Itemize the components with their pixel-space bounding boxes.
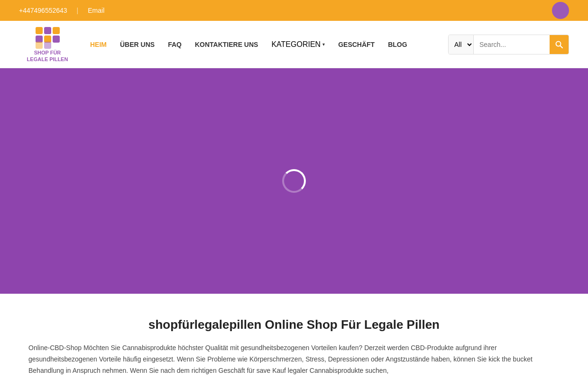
phone-number[interactable]: +447496552643: [19, 7, 67, 14]
nav-heim[interactable]: HEIM: [90, 41, 107, 48]
divider: |: [77, 7, 79, 14]
logo[interactable]: SHOP FÜR LEGALE PILLEN: [19, 26, 76, 62]
user-avatar[interactable]: [552, 2, 569, 19]
content-body: Online-CBD-Shop Möchten Sie Cannabisprod…: [28, 343, 560, 376]
svg-rect-7: [44, 42, 51, 49]
logo-text: SHOP FÜR LEGALE PILLEN: [27, 50, 68, 62]
svg-rect-6: [36, 42, 43, 49]
svg-rect-2: [53, 27, 60, 34]
nav-geschaeft[interactable]: GESCHÄFT: [338, 41, 375, 48]
svg-rect-5: [53, 36, 60, 43]
search-button[interactable]: [550, 35, 569, 54]
hero-section: [0, 68, 588, 294]
kategorien-chevron-icon: ▾: [322, 42, 325, 47]
search-icon: [555, 41, 563, 48]
main-content: shopfürlegalepillen Online Shop Für Lega…: [0, 294, 588, 379]
logo-icon: [35, 26, 61, 50]
svg-rect-3: [36, 36, 43, 43]
svg-rect-1: [44, 27, 51, 34]
nav-kategorien[interactable]: KATEGORIEN ▾: [271, 40, 325, 49]
nav-blog[interactable]: BLOG: [388, 41, 407, 48]
search-input[interactable]: [474, 35, 550, 54]
loading-spinner: [282, 169, 306, 193]
header: SHOP FÜR LEGALE PILLEN HEIM ÜBER UNS FAQ…: [0, 21, 588, 68]
nav-faq[interactable]: FAQ: [168, 41, 182, 48]
email-link[interactable]: Email: [88, 7, 104, 14]
search-category-select[interactable]: All: [449, 35, 474, 54]
search-area: All: [448, 35, 569, 54]
top-bar: +447496552643 | Email: [0, 0, 588, 21]
main-nav: HEIM ÜBER UNS FAQ KONTAKTIERE UNS KATEGO…: [90, 40, 434, 49]
svg-line-9: [560, 45, 563, 48]
top-bar-left: +447496552643 | Email: [19, 7, 104, 14]
nav-ueber-uns[interactable]: ÜBER UNS: [120, 41, 155, 48]
svg-rect-0: [36, 27, 43, 34]
content-title: shopfürlegalepillen Online Shop Für Lega…: [28, 317, 560, 332]
svg-rect-4: [44, 36, 51, 43]
nav-kontakt[interactable]: KONTAKTIERE UNS: [195, 41, 258, 48]
